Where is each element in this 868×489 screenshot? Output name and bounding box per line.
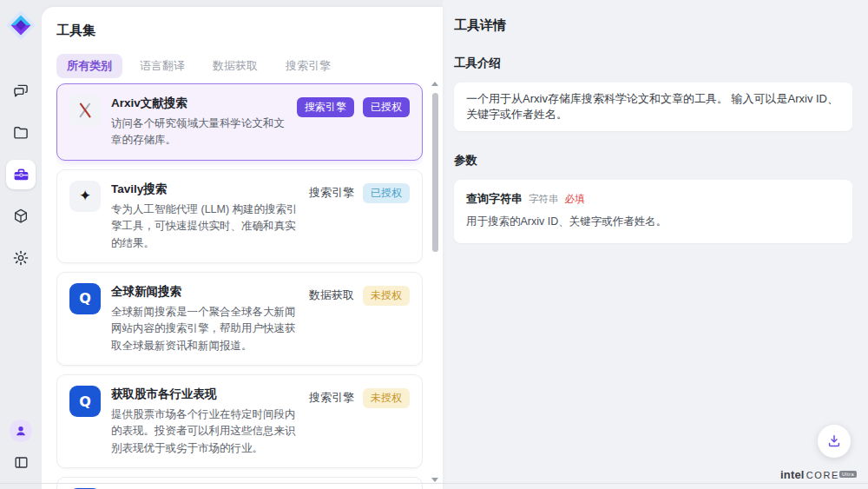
tool-title: 获取股市各行业表现 [111,387,299,402]
cube-icon[interactable] [6,202,36,231]
intel-wordmark: intel [780,468,805,481]
tool-title: Tavily搜索 [111,182,299,197]
core-wordmark: CORE [806,470,839,480]
scrollbar-thumb[interactable] [432,93,438,252]
category-badge: 搜索引擎 [297,97,354,117]
stock-q-icon: Q [69,386,101,417]
tool-detail-panel: 工具详情 工具介绍 一个用于从Arxiv存储库搜索科学论文和文章的工具。 输入可… [443,0,868,489]
status-badge: 已授权 [363,183,410,203]
parameter-description: 用于搜索的Arxiv ID、关键字或作者姓名。 [466,215,840,229]
download-button[interactable] [818,425,851,458]
intel-core-logo: intel CORE Ultra [780,468,857,481]
tab-search-engine[interactable]: 搜索引擎 [275,54,341,78]
tool-card-sector-performance[interactable]: Q 获取股市各行业表现 提供股票市场各个行业在特定时间段内的表现。投资者可以利用… [56,374,423,468]
toolset-title: 工具集 [56,23,95,39]
detail-title: 工具详情 [454,17,852,34]
news-search-q-icon: Q [69,283,101,314]
toolbox-icon-active[interactable] [6,160,36,189]
parameter-type: 字符串 [529,193,559,206]
category-tabs: 所有类别 语言翻译 数据获取 搜索引擎 [56,54,341,78]
download-icon [825,433,843,450]
tool-description: 提供股票市场各个行业在特定时间段内的表现。投资者可以利用这些信息来识别表现优于或… [111,406,299,457]
tool-title: 全球新闻搜索 [111,284,299,300]
parameter-name: 查询字符串 [466,191,523,207]
user-avatar-icon[interactable] [10,420,32,442]
chat-icon[interactable] [6,76,36,106]
tavily-star-icon: ✦ [69,181,101,212]
tool-description: 访问各个研究领域大量科学论文和文章的存储库。 [111,116,286,149]
tool-description: 全球新闻搜索是一个聚合全球各大新闻网站内容的搜索引擎，帮助用户快速获取全球最新资… [111,304,299,354]
scrollbar-up-arrow-icon[interactable] [431,82,438,86]
panel-toggle-icon[interactable] [10,451,32,473]
toolset-panel: 工具集 所有类别 语言翻译 数据获取 搜索引擎 Arxiv文献搜索 访问各个研究… [42,7,443,489]
list-scrollbar [431,82,439,482]
tool-card-tavily[interactable]: ✦ Tavily搜索 专为人工智能代理 (LLM) 构建的搜索引擎工具，可快速提… [56,169,423,263]
rail-nav [0,76,42,273]
parameter-card: 查询字符串 字符串 必填 用于搜索的Arxiv ID、关键字或作者姓名。 [454,180,852,243]
ultra-badge: Ultra [839,471,857,478]
category-label: 数据获取 [309,286,354,303]
params-heading: 参数 [454,153,852,169]
parameter-required-flag: 必填 [565,193,585,206]
folder-icon[interactable] [6,118,36,148]
window-bottom-divider [0,483,868,484]
arxiv-x-icon [69,95,101,126]
status-badge: 未授权 [363,286,410,306]
status-badge: 已授权 [363,97,410,117]
tab-data-acquisition[interactable]: 数据获取 [202,54,268,78]
icon-rail [0,0,42,489]
rail-bottom [0,420,42,473]
tool-card-arxiv[interactable]: Arxiv文献搜索 访问各个研究领域大量科学论文和文章的存储库。 搜索引擎 已授… [56,83,423,161]
tool-title: Arxiv文献搜索 [111,96,286,111]
tool-description: 专为人工智能代理 (LLM) 构建的搜索引擎工具，可快速提供实时、准确和真实的结… [111,202,299,252]
category-label: 搜索引擎 [309,388,354,406]
category-label: 搜索引擎 [309,183,354,201]
intro-heading: 工具介绍 [454,56,852,71]
tool-card-global-news[interactable]: Q 全球新闻搜索 全球新闻搜索是一个聚合全球各大新闻网站内容的搜索引擎，帮助用户… [56,272,423,366]
status-badge: 未授权 [363,388,410,408]
settings-gear-icon[interactable] [6,243,36,273]
tool-card-list: Arxiv文献搜索 访问各个研究领域大量科学论文和文章的存储库。 搜索引擎 已授… [56,83,423,489]
tab-language-translation[interactable]: 语言翻译 [129,54,195,78]
tab-all-categories[interactable]: 所有类别 [56,54,122,78]
app-logo-icon [5,10,36,41]
intro-card: 一个用于从Arxiv存储库搜索科学论文和文章的工具。 输入可以是Arxiv ID… [454,83,852,131]
scrollbar-down-arrow-icon[interactable] [431,478,438,482]
